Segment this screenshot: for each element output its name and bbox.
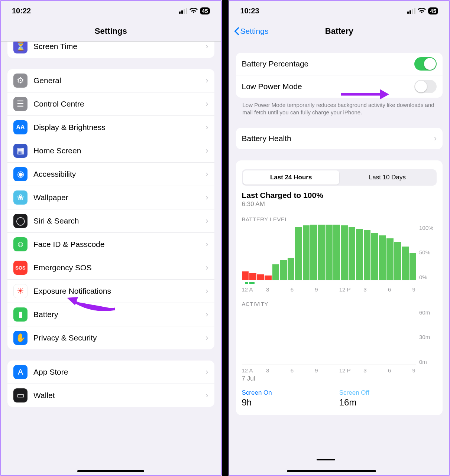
nav-header: Settings — [1, 21, 221, 42]
battery-health-row[interactable]: Battery Health › — [236, 128, 443, 149]
settings-item-face-id-passcode[interactable]: ☺︎ Face ID & Passcode › — [7, 233, 214, 256]
settings-label: Emergency SOS — [33, 263, 205, 272]
settings-item-display-brightness[interactable]: AA Display & Brightness › — [7, 116, 214, 139]
settings-item-wallpaper[interactable]: ❀ Wallpaper › — [7, 186, 214, 209]
exposure-icon: ☀︎ — [13, 284, 27, 298]
redaction-bar — [287, 470, 376, 472]
grid-icon: ▦ — [13, 144, 27, 158]
chevron-right-icon: › — [205, 310, 208, 319]
back-button[interactable]: Settings — [234, 27, 269, 36]
battery-icon: ▮ — [13, 307, 27, 322]
battery-icon: 45 — [428, 7, 438, 14]
settings-item-accessibility[interactable]: ◉ Accessibility › — [7, 163, 214, 186]
screen-totals: Screen On 9h Screen Off 16m — [242, 389, 437, 408]
activity-heading: ACTIVITY — [242, 301, 437, 307]
chevron-right-icon: › — [205, 193, 208, 202]
screen-on-value: 9h — [242, 397, 339, 408]
cellular-icon — [407, 8, 415, 14]
usage-card: Last 24 Hours Last 10 Days Last Charged … — [236, 160, 443, 415]
chevron-right-icon: › — [205, 391, 208, 400]
chevron-right-icon: › — [205, 263, 208, 273]
settings-label: Accessibility — [33, 170, 205, 179]
nav-header: Settings Battery — [229, 21, 450, 42]
settings-item-battery[interactable]: ▮ Battery › — [7, 303, 214, 326]
settings-label: Battery — [33, 310, 205, 319]
settings-item-control-centre[interactable]: ☰ Control Centre › — [7, 92, 214, 116]
low-power-switch[interactable] — [414, 80, 437, 93]
status-time: 10:23 — [240, 7, 259, 15]
settings-label: Control Centre — [33, 100, 205, 108]
status-bar: 10:22 45 — [1, 1, 221, 21]
settings-label: Home Screen — [33, 146, 205, 155]
chevron-right-icon: › — [205, 99, 208, 109]
siri-icon: ◯ — [13, 214, 27, 228]
last-charged-time: 6:30 AM — [242, 200, 437, 208]
chevron-right-icon: › — [205, 286, 208, 296]
aa-icon: AA — [13, 120, 27, 134]
charging-indicator-strip — [242, 282, 437, 284]
wallet-icon: ▭ — [13, 388, 27, 402]
settings-label: Wallet — [33, 391, 205, 400]
settings-label: General — [33, 76, 205, 85]
face-icon: ☺︎ — [13, 237, 27, 251]
low-power-footer: Low Power Mode temporarily reduces backg… — [236, 98, 443, 117]
status-bar: 10:23 45 — [229, 1, 450, 21]
chevron-right-icon: › — [205, 169, 208, 179]
battery-percentage-row: Battery Percentage — [236, 53, 443, 75]
appstore-icon: A — [13, 365, 27, 379]
home-indicator — [77, 470, 144, 472]
battery-level-heading: BATTERY LEVEL — [242, 216, 437, 222]
settings-item-exposure-notifications[interactable]: ☀︎ Exposure Notifications › — [7, 280, 214, 303]
wifi-icon — [418, 8, 426, 14]
status-icons: 45 — [407, 7, 438, 14]
settings-label: Face ID & Passcode — [33, 240, 205, 249]
chevron-right-icon: › — [205, 333, 208, 343]
chevron-right-icon: › — [205, 123, 208, 132]
segment-last-24h[interactable]: Last 24 Hours — [243, 170, 339, 185]
redaction-bar — [317, 459, 335, 460]
settings-item-general[interactable]: ⚙︎ General › — [7, 69, 214, 92]
chevron-right-icon: › — [205, 146, 208, 156]
page-title: Battery — [325, 26, 353, 36]
screenshot-settings-list: 10:22 45 Settings ⏳ Screen Time › ⚙︎ Gen… — [0, 0, 222, 476]
battery-health-group: Battery Health › — [236, 128, 443, 149]
time-range-segment: Last 24 Hours Last 10 Days — [242, 169, 437, 186]
chevron-right-icon: › — [434, 134, 437, 143]
battery-percentage-switch[interactable] — [414, 57, 437, 71]
chevron-right-icon: › — [205, 76, 208, 85]
chevron-right-icon: › — [205, 367, 208, 377]
battery-icon: 45 — [200, 7, 210, 14]
chevron-right-icon: › — [205, 216, 208, 226]
settings-item-wallet[interactable]: ▭ Wallet › — [7, 384, 214, 407]
settings-label: Siri & Search — [33, 216, 205, 225]
settings-label: Display & Brightness — [33, 123, 205, 132]
low-power-mode-row: Low Power Mode — [236, 75, 443, 98]
page-title: Settings — [95, 26, 127, 36]
battery-level-chart: 100%50%0% — [242, 225, 437, 280]
settings-item-home-screen[interactable]: ▦ Home Screen › — [7, 139, 214, 163]
cellular-icon — [179, 8, 187, 14]
settings-group-store: A App Store › ▭ Wallet › — [7, 361, 214, 407]
chevron-right-icon: › — [205, 239, 208, 249]
date-line: 7 Jul — [242, 375, 437, 382]
settings-item-privacy-security[interactable]: ✋ Privacy & Security › — [7, 326, 214, 349]
status-icons: 45 — [179, 7, 210, 14]
settings-label: App Store — [33, 368, 205, 376]
battery-toggles-group: Battery Percentage Low Power Mode — [236, 53, 443, 98]
settings-label: Screen Time — [33, 42, 205, 51]
screenshot-battery-detail: 10:23 45 Settings Battery Battery Percen… — [229, 0, 450, 476]
chevron-left-icon — [234, 27, 240, 35]
screen-on-label: Screen On — [242, 389, 339, 397]
battery-health-label: Battery Health — [242, 134, 434, 143]
status-time: 10:22 — [12, 7, 31, 15]
sos-icon: SOS — [13, 261, 27, 275]
person-icon: ◉ — [13, 167, 27, 181]
chevron-right-icon: › — [205, 42, 208, 51]
segment-last-10d[interactable]: Last 10 Days — [339, 170, 436, 185]
settings-item-screen-time[interactable]: ⏳ Screen Time › — [7, 42, 214, 58]
settings-item-app-store[interactable]: A App Store › — [7, 361, 214, 384]
settings-item-siri-search[interactable]: ◯ Siri & Search › — [7, 209, 214, 233]
battery-percentage-label: Battery Percentage — [242, 59, 415, 68]
settings-item-emergency-sos[interactable]: SOS Emergency SOS › — [7, 256, 214, 280]
hourglass-icon: ⏳ — [13, 42, 27, 53]
